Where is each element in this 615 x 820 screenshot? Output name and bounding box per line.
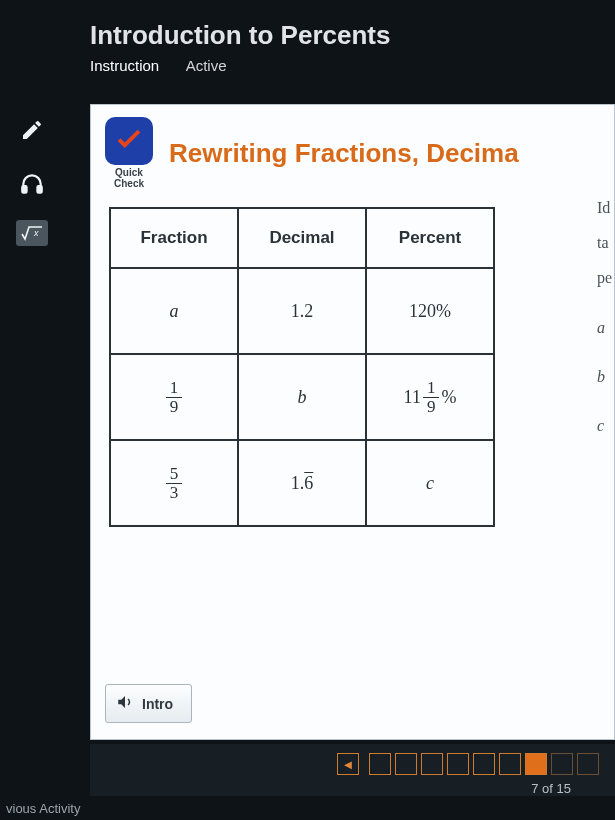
quick-check-label: QuickCheck (114, 167, 144, 189)
cell-fraction: 53 (110, 440, 238, 526)
cell-percent: 120% (366, 268, 494, 354)
previous-activity-link[interactable]: vious Activity (0, 797, 86, 820)
table-row: 53 1.6 c (110, 440, 494, 526)
col-percent: Percent (366, 208, 494, 268)
prev-arrow-icon[interactable]: ◄ (337, 753, 359, 775)
content-panel: QuickCheck Rewriting Fractions, Decima F… (90, 104, 615, 740)
progress-square[interactable] (447, 753, 469, 775)
cell-fraction: a (110, 268, 238, 354)
cell-decimal: b (238, 354, 366, 440)
quick-check-badge (105, 117, 153, 165)
cell-fraction: 19 (110, 354, 238, 440)
svg-text:x: x (33, 228, 39, 238)
table-row: a 1.2 120% (110, 268, 494, 354)
intro-button[interactable]: Intro (105, 684, 192, 723)
sidebar: x (10, 112, 54, 246)
progress-square[interactable] (473, 753, 495, 775)
col-decimal: Decimal (238, 208, 366, 268)
cell-decimal: 1.2 (238, 268, 366, 354)
tab-active[interactable]: Active (186, 57, 227, 80)
progress-row: ◄ (337, 753, 599, 775)
progress-square[interactable] (395, 753, 417, 775)
conversion-table: Fraction Decimal Percent a 1.2 120% 19 b… (109, 207, 495, 527)
progress-square[interactable] (421, 753, 443, 775)
page-title: Introduction to Percents (90, 20, 615, 51)
cell-percent: 11 19 % (366, 354, 494, 440)
col-fraction: Fraction (110, 208, 238, 268)
sqrt-icon[interactable]: x (16, 220, 48, 246)
footer: ◄ 7 of 15 (90, 744, 615, 796)
progress-square-current[interactable] (525, 753, 547, 775)
right-cutoff-text: Id ta pe a b c (597, 190, 615, 443)
svg-rect-1 (37, 186, 41, 193)
speaker-icon (116, 693, 134, 714)
svg-rect-0 (22, 186, 26, 193)
tabs: Instruction Active (90, 57, 615, 80)
cell-percent: c (366, 440, 494, 526)
intro-label: Intro (142, 696, 173, 712)
progress-square[interactable] (369, 753, 391, 775)
progress-square[interactable] (499, 753, 521, 775)
headphones-icon[interactable] (14, 166, 50, 202)
lesson-title: Rewriting Fractions, Decima (169, 138, 519, 169)
cell-decimal: 1.6 (238, 440, 366, 526)
progress-square[interactable] (577, 753, 599, 775)
progress-square[interactable] (551, 753, 573, 775)
page-counter: 7 of 15 (531, 781, 599, 796)
pencil-icon[interactable] (14, 112, 50, 148)
tab-instruction[interactable]: Instruction (90, 57, 159, 80)
table-row: 19 b 11 19 % (110, 354, 494, 440)
